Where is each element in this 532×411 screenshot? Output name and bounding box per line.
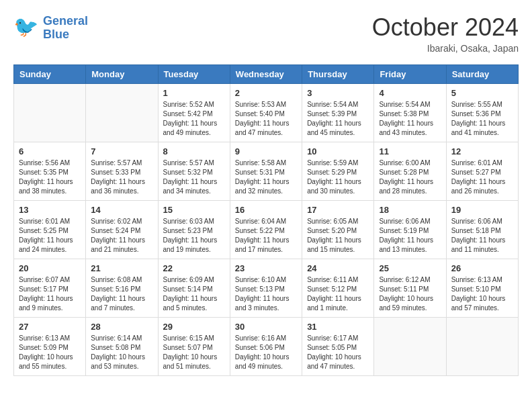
day-info: Sunrise: 5:52 AMSunset: 5:42 PMDaylight:… bbox=[163, 100, 225, 138]
day-number: 15 bbox=[163, 205, 225, 215]
day-info: Sunrise: 5:55 AMSunset: 5:36 PMDaylight:… bbox=[451, 100, 513, 138]
day-number: 6 bbox=[19, 146, 81, 156]
table-row bbox=[86, 84, 158, 142]
day-number: 8 bbox=[163, 146, 225, 156]
day-number: 13 bbox=[19, 205, 81, 215]
table-row: 3Sunrise: 5:54 AMSunset: 5:39 PMDaylight… bbox=[302, 84, 374, 142]
col-wednesday: Wednesday bbox=[230, 65, 302, 84]
table-row: 28Sunrise: 6:14 AMSunset: 5:08 PMDayligh… bbox=[86, 318, 158, 376]
day-info: Sunrise: 6:13 AMSunset: 5:09 PMDaylight:… bbox=[19, 334, 81, 371]
day-info: Sunrise: 5:53 AMSunset: 5:40 PMDaylight:… bbox=[235, 100, 297, 138]
day-info: Sunrise: 6:01 AMSunset: 5:25 PMDaylight:… bbox=[19, 217, 81, 255]
col-monday: Monday bbox=[86, 65, 158, 84]
table-row: 27Sunrise: 6:13 AMSunset: 5:09 PMDayligh… bbox=[14, 318, 86, 376]
day-info: Sunrise: 6:01 AMSunset: 5:27 PMDaylight:… bbox=[451, 158, 513, 196]
day-info: Sunrise: 6:12 AMSunset: 5:11 PMDaylight:… bbox=[379, 275, 441, 313]
table-row: 26Sunrise: 6:13 AMSunset: 5:10 PMDayligh… bbox=[446, 259, 518, 318]
day-info: Sunrise: 5:59 AMSunset: 5:29 PMDaylight:… bbox=[307, 158, 369, 196]
table-row: 29Sunrise: 6:15 AMSunset: 5:07 PMDayligh… bbox=[158, 318, 230, 376]
table-row bbox=[14, 84, 86, 142]
table-row: 9Sunrise: 5:58 AMSunset: 5:31 PMDaylight… bbox=[230, 142, 302, 201]
day-number: 31 bbox=[307, 322, 369, 332]
col-friday: Friday bbox=[374, 65, 446, 84]
table-row: 22Sunrise: 6:09 AMSunset: 5:14 PMDayligh… bbox=[158, 259, 230, 318]
day-number: 16 bbox=[235, 205, 297, 215]
day-info: Sunrise: 5:54 AMSunset: 5:39 PMDaylight:… bbox=[307, 100, 369, 138]
table-row: 12Sunrise: 6:01 AMSunset: 5:27 PMDayligh… bbox=[446, 142, 518, 201]
day-info: Sunrise: 5:57 AMSunset: 5:32 PMDaylight:… bbox=[163, 158, 225, 196]
day-info: Sunrise: 6:17 AMSunset: 5:05 PMDaylight:… bbox=[307, 334, 369, 371]
table-row: 8Sunrise: 5:57 AMSunset: 5:32 PMDaylight… bbox=[158, 142, 230, 201]
table-row: 19Sunrise: 6:06 AMSunset: 5:18 PMDayligh… bbox=[446, 201, 518, 259]
table-row: 11Sunrise: 6:00 AMSunset: 5:28 PMDayligh… bbox=[374, 142, 446, 201]
table-row: 7Sunrise: 5:57 AMSunset: 5:33 PMDaylight… bbox=[86, 142, 158, 201]
day-number: 17 bbox=[307, 205, 369, 215]
col-saturday: Saturday bbox=[446, 65, 518, 84]
day-number: 20 bbox=[19, 263, 81, 273]
day-number: 23 bbox=[235, 263, 297, 273]
day-info: Sunrise: 6:07 AMSunset: 5:17 PMDaylight:… bbox=[19, 275, 81, 313]
day-info: Sunrise: 6:04 AMSunset: 5:22 PMDaylight:… bbox=[235, 217, 297, 255]
day-number: 29 bbox=[163, 322, 225, 332]
calendar-row: 13Sunrise: 6:01 AMSunset: 5:25 PMDayligh… bbox=[14, 201, 519, 259]
day-number: 4 bbox=[379, 88, 441, 98]
table-row: 5Sunrise: 5:55 AMSunset: 5:36 PMDaylight… bbox=[446, 84, 518, 142]
calendar-row: 6Sunrise: 5:56 AMSunset: 5:35 PMDaylight… bbox=[14, 142, 519, 201]
table-row: 6Sunrise: 5:56 AMSunset: 5:35 PMDaylight… bbox=[14, 142, 86, 201]
table-row: 18Sunrise: 6:06 AMSunset: 5:19 PMDayligh… bbox=[374, 201, 446, 259]
table-row: 15Sunrise: 6:03 AMSunset: 5:23 PMDayligh… bbox=[158, 201, 230, 259]
calendar-row: 20Sunrise: 6:07 AMSunset: 5:17 PMDayligh… bbox=[14, 259, 519, 318]
table-row: 30Sunrise: 6:16 AMSunset: 5:06 PMDayligh… bbox=[230, 318, 302, 376]
day-number: 25 bbox=[379, 263, 441, 273]
day-info: Sunrise: 6:02 AMSunset: 5:24 PMDaylight:… bbox=[91, 217, 152, 255]
day-number: 27 bbox=[19, 322, 81, 332]
day-number: 11 bbox=[379, 146, 441, 156]
table-row: 25Sunrise: 6:12 AMSunset: 5:11 PMDayligh… bbox=[374, 259, 446, 318]
day-info: Sunrise: 6:03 AMSunset: 5:23 PMDaylight:… bbox=[163, 217, 225, 255]
day-info: Sunrise: 6:10 AMSunset: 5:13 PMDaylight:… bbox=[235, 275, 297, 313]
table-row bbox=[374, 318, 446, 376]
day-info: Sunrise: 6:09 AMSunset: 5:14 PMDaylight:… bbox=[163, 275, 225, 313]
day-number: 2 bbox=[235, 88, 297, 98]
day-number: 30 bbox=[235, 322, 297, 332]
day-number: 12 bbox=[451, 146, 513, 156]
calendar-row: 27Sunrise: 6:13 AMSunset: 5:09 PMDayligh… bbox=[14, 318, 519, 376]
svg-text:🐦: 🐦 bbox=[13, 15, 39, 39]
day-info: Sunrise: 6:06 AMSunset: 5:18 PMDaylight:… bbox=[451, 217, 513, 255]
day-info: Sunrise: 6:16 AMSunset: 5:06 PMDaylight:… bbox=[235, 334, 297, 371]
day-number: 1 bbox=[163, 88, 225, 98]
table-row bbox=[446, 318, 518, 376]
location: Ibaraki, Osaka, Japan bbox=[372, 43, 519, 54]
day-number: 24 bbox=[307, 263, 369, 273]
day-number: 22 bbox=[163, 263, 225, 273]
calendar-row: 1Sunrise: 5:52 AMSunset: 5:42 PMDaylight… bbox=[14, 84, 519, 142]
day-info: Sunrise: 5:57 AMSunset: 5:33 PMDaylight:… bbox=[91, 158, 152, 196]
col-thursday: Thursday bbox=[302, 65, 374, 84]
logo-icon: 🐦 bbox=[13, 13, 40, 40]
day-info: Sunrise: 5:54 AMSunset: 5:38 PMDaylight:… bbox=[379, 100, 441, 138]
page-header: 🐦 General Blue October 2024 Ibaraki, Osa… bbox=[13, 13, 519, 54]
month-title: October 2024 bbox=[372, 13, 519, 42]
calendar-table: Sunday Monday Tuesday Wednesday Thursday… bbox=[13, 64, 519, 376]
day-number: 10 bbox=[307, 146, 369, 156]
table-row: 1Sunrise: 5:52 AMSunset: 5:42 PMDaylight… bbox=[158, 84, 230, 142]
table-row: 21Sunrise: 6:08 AMSunset: 5:16 PMDayligh… bbox=[86, 259, 158, 318]
calendar-header-row: Sunday Monday Tuesday Wednesday Thursday… bbox=[14, 65, 519, 84]
day-number: 9 bbox=[235, 146, 297, 156]
day-number: 19 bbox=[451, 205, 513, 215]
day-info: Sunrise: 6:08 AMSunset: 5:16 PMDaylight:… bbox=[91, 275, 152, 313]
day-info: Sunrise: 6:13 AMSunset: 5:10 PMDaylight:… bbox=[451, 275, 513, 313]
day-info: Sunrise: 5:58 AMSunset: 5:31 PMDaylight:… bbox=[235, 158, 297, 196]
day-info: Sunrise: 6:15 AMSunset: 5:07 PMDaylight:… bbox=[163, 334, 225, 371]
logo: 🐦 General Blue bbox=[13, 13, 88, 43]
day-number: 18 bbox=[379, 205, 441, 215]
table-row: 10Sunrise: 5:59 AMSunset: 5:29 PMDayligh… bbox=[302, 142, 374, 201]
day-number: 26 bbox=[451, 263, 513, 273]
table-row: 24Sunrise: 6:11 AMSunset: 5:12 PMDayligh… bbox=[302, 259, 374, 318]
day-number: 21 bbox=[91, 263, 152, 273]
table-row: 31Sunrise: 6:17 AMSunset: 5:05 PMDayligh… bbox=[302, 318, 374, 376]
title-block: October 2024 Ibaraki, Osaka, Japan bbox=[372, 13, 519, 54]
col-tuesday: Tuesday bbox=[158, 65, 230, 84]
day-number: 28 bbox=[91, 322, 152, 332]
day-number: 5 bbox=[451, 88, 513, 98]
